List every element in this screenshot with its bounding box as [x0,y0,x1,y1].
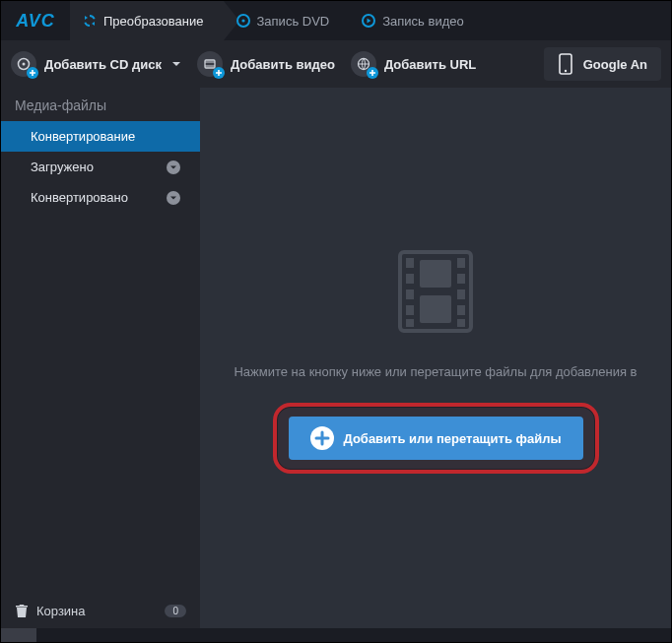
output-device-button[interactable]: Google An [544,47,661,81]
play-icon [361,13,376,29]
sidebar-item-converted[interactable]: Конвертировано [1,182,200,213]
tab-record-video[interactable]: Запись видео [349,1,483,40]
device-label: Google An [583,57,647,72]
trash-label: Корзина [36,604,86,618]
app-logo: AVC [1,1,70,40]
phone-icon [558,53,573,75]
svg-rect-19 [457,319,465,327]
svg-rect-20 [420,260,451,288]
svg-rect-17 [457,289,465,299]
trash-count: 0 [165,605,186,617]
chevron-down-icon [171,59,181,69]
svg-point-1 [241,19,244,22]
refresh-icon [82,13,98,29]
svg-point-8 [565,70,567,72]
content-area[interactable]: Нажмите на кнопку ниже или перетащите фа… [200,88,671,628]
button-label: Добавить видео [231,57,335,72]
tab-label: Запись DVD [257,14,330,29]
status-bar [1,628,671,642]
add-video-button[interactable]: Добавить видео [197,51,335,77]
film-icon [197,51,223,77]
plus-badge-icon [27,67,38,79]
disc-icon [11,51,36,77]
tab-burn-dvd[interactable]: Запись DVD [224,1,350,40]
plus-badge-icon [213,67,225,79]
sidebar-item-label: Конвертирование [31,129,135,144]
sidebar: Медиа-файлы Конвертирование Загружено Ко… [1,88,200,628]
button-label: Добавить или перетащить файлы [344,431,562,446]
add-cd-button[interactable]: Добавить CD диск [11,51,181,77]
svg-rect-18 [457,305,465,315]
sidebar-item-label: Конвертировано [31,190,128,205]
trash-icon [15,603,29,618]
add-url-button[interactable]: Добавить URL [351,51,476,77]
main-area: Медиа-файлы Конвертирование Загружено Ко… [1,88,671,628]
toolbar: Добавить CD диск Добавить видео Добавить… [1,40,671,88]
sidebar-title: Медиа-файлы [1,88,200,121]
sidebar-item-converting[interactable]: Конвертирование [1,121,200,152]
tab-strip: AVC Преобразование Запись DVD Запись вид… [1,1,671,40]
tab-label: Запись видео [382,14,463,29]
chevron-down-icon [167,191,180,205]
plus-badge-icon [367,67,378,79]
svg-rect-15 [457,258,465,268]
plus-icon [310,426,334,450]
svg-rect-12 [406,289,414,299]
svg-rect-5 [205,60,215,68]
sidebar-item-downloaded[interactable]: Загружено [1,152,200,182]
tab-convert[interactable]: Преобразование [70,1,224,40]
svg-rect-11 [406,274,414,284]
drop-hint-text: Нажмите на кнопку ниже или перетащите фа… [234,364,637,379]
svg-rect-10 [406,258,414,268]
sidebar-item-label: Загружено [31,160,94,174]
disc-icon [235,13,251,29]
svg-point-4 [23,63,26,66]
button-label: Добавить CD диск [44,57,162,72]
button-label: Добавить URL [384,57,476,72]
add-button-highlight: Добавить или перетащить файлы [273,403,599,474]
trash-button[interactable]: Корзина 0 [1,593,200,628]
svg-rect-14 [406,319,414,327]
chevron-down-icon [167,161,180,174]
film-placeholder-icon [386,242,485,341]
app-window: AVC Преобразование Запись DVD Запись вид… [0,0,672,643]
svg-rect-16 [457,274,465,284]
sidebar-spacer [1,213,200,593]
globe-icon [351,51,376,77]
status-mark [1,628,36,642]
svg-rect-13 [406,305,414,315]
svg-rect-21 [420,295,451,323]
tab-label: Преобразование [103,14,204,29]
add-files-button[interactable]: Добавить или перетащить файлы [289,417,583,460]
